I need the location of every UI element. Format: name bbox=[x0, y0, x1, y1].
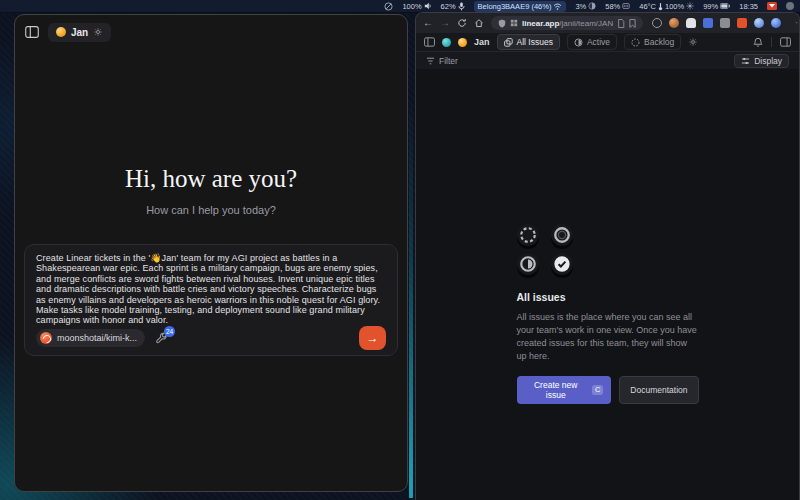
moonshot-logo-icon bbox=[40, 332, 52, 344]
network-indicator[interactable]: Belong3BAAE9 (46%) bbox=[474, 1, 567, 12]
thread-team-selector[interactable]: 👋 Jan bbox=[48, 23, 111, 42]
empty-state-actions: Create new issue C Documentation bbox=[517, 376, 699, 404]
empty-state-title: All issues bbox=[517, 291, 699, 303]
battery-indicator[interactable]: 99% bbox=[703, 2, 730, 11]
browser-back-button[interactable]: ← bbox=[423, 18, 433, 28]
team-wave-emoji: 👋 bbox=[458, 38, 467, 47]
notifications-bell-icon[interactable] bbox=[753, 37, 763, 48]
linear-sidebar-toggle-icon[interactable] bbox=[424, 37, 435, 47]
linear-filter-row: Filter Display bbox=[416, 52, 799, 69]
empty-state-description: All issues is the place where you can se… bbox=[517, 311, 699, 363]
browser-reload-button[interactable] bbox=[457, 18, 467, 28]
in-progress-status-icon bbox=[517, 253, 539, 275]
all-issues-icon bbox=[504, 38, 513, 47]
linear-team-name: Jan bbox=[474, 37, 490, 47]
browser-forward-button[interactable]: → bbox=[440, 18, 450, 28]
prompt-controls: moonshotai/kimi-k... 24 → bbox=[36, 326, 386, 350]
desktop: 100% 62% Belong3BAAE9 (46%) 3% 58% 46°C … bbox=[0, 0, 800, 500]
extension-cloud-icon[interactable] bbox=[686, 18, 696, 28]
wallpaper-glow bbox=[409, 90, 413, 498]
thread-team-name: Jan bbox=[71, 27, 88, 38]
create-new-issue-button[interactable]: Create new issue C bbox=[517, 376, 612, 404]
extension-gallery-icon[interactable] bbox=[720, 18, 730, 28]
url-text: linear.app/janii/team/JANAPP/all bbox=[522, 19, 613, 28]
extension-sphere-icon[interactable] bbox=[754, 18, 764, 28]
greeting-block: Hi, how are you? How can I help you toda… bbox=[15, 165, 407, 216]
backlog-status-icon bbox=[517, 224, 539, 246]
address-bar[interactable]: linear.app/janii/team/JANAPP/all bbox=[491, 16, 643, 30]
browser-home-button[interactable] bbox=[474, 18, 484, 28]
tools-button[interactable]: 24 bbox=[155, 331, 171, 345]
todo-status-icon bbox=[551, 224, 573, 246]
mail-icon[interactable] bbox=[767, 2, 777, 10]
mic-icon bbox=[458, 2, 465, 11]
url-path: /janii/team/JANAPP/all bbox=[559, 19, 613, 28]
filter-funnel-icon bbox=[426, 57, 435, 65]
tab-backlog[interactable]: Backlog bbox=[624, 34, 681, 50]
workspace-avatar[interactable] bbox=[442, 38, 451, 47]
filter-button[interactable]: Filter bbox=[426, 56, 458, 66]
display-button[interactable]: Display bbox=[734, 54, 789, 68]
thermometer-icon bbox=[658, 2, 663, 11]
volume-indicator[interactable]: 100% bbox=[402, 2, 431, 11]
prompt-card: Create Linear tickets in the '👋Jan' team… bbox=[24, 244, 398, 356]
tools-count-badge: 24 bbox=[164, 326, 175, 337]
memory-indicator[interactable]: 58% bbox=[605, 2, 630, 11]
active-icon bbox=[574, 38, 583, 47]
page-info-icon[interactable] bbox=[617, 19, 625, 28]
backlog-icon bbox=[631, 38, 640, 47]
shortcut-badge: C bbox=[592, 385, 603, 395]
right-panel-toggle-icon[interactable] bbox=[780, 37, 791, 47]
extension-calendar-icon[interactable] bbox=[737, 18, 747, 28]
dnd-icon[interactable] bbox=[384, 2, 393, 11]
mic-indicator[interactable]: 62% bbox=[441, 2, 465, 11]
model-name: moonshotai/kimi-k... bbox=[57, 333, 137, 343]
clock: 18:35 bbox=[739, 2, 758, 11]
site-settings-icon bbox=[510, 19, 518, 27]
wifi-icon bbox=[553, 3, 562, 10]
extension-bot-icon[interactable] bbox=[771, 18, 781, 28]
extension-globe-icon[interactable] bbox=[652, 18, 662, 28]
send-button[interactable]: → bbox=[359, 326, 386, 350]
extensions-row bbox=[652, 18, 781, 28]
divider bbox=[771, 37, 772, 47]
jan-app-window: 👋 Jan Hi, how are you? How can I help yo… bbox=[14, 14, 408, 492]
extension-avatar-icon[interactable] bbox=[669, 18, 679, 28]
shield-icon bbox=[498, 19, 506, 28]
cpu-icon bbox=[588, 2, 596, 10]
view-settings-gear-icon[interactable] bbox=[688, 37, 698, 47]
display-sliders-icon bbox=[741, 57, 750, 65]
overflow-menu-icon[interactable]: ⋯ bbox=[795, 18, 800, 28]
all-issues-empty-state: All issues All issues is the place where… bbox=[517, 224, 699, 500]
linear-header: 👋 Jan All Issues Active Backlog bbox=[416, 33, 799, 52]
sidebar-toggle-icon[interactable] bbox=[25, 26, 39, 38]
browser-toolbar: ← → linear.app/janii/team/JANAPP/all bbox=[416, 13, 799, 33]
gear-icon[interactable] bbox=[93, 27, 103, 37]
tray-app-icon[interactable] bbox=[786, 2, 794, 10]
extension-chat-icon[interactable] bbox=[703, 18, 713, 28]
status-icons-grid bbox=[517, 224, 699, 275]
done-status-icon bbox=[551, 253, 573, 275]
bookmark-icon[interactable] bbox=[629, 19, 636, 28]
greeting-title: Hi, how are you? bbox=[15, 165, 407, 193]
wave-emoji: 👋 bbox=[56, 27, 66, 37]
jan-header: 👋 Jan bbox=[15, 15, 407, 49]
documentation-button[interactable]: Documentation bbox=[619, 376, 698, 404]
temperature-indicator[interactable]: 46°C 100% bbox=[639, 2, 694, 11]
model-selector[interactable]: moonshotai/kimi-k... bbox=[36, 329, 145, 347]
prompt-input[interactable]: Create Linear tickets in the '👋Jan' team… bbox=[36, 253, 386, 326]
battery-icon bbox=[720, 3, 730, 9]
greeting-subtitle: How can I help you today? bbox=[15, 204, 407, 216]
cpu-indicator[interactable]: 3% bbox=[575, 2, 596, 11]
speaker-icon bbox=[424, 2, 432, 10]
linear-main-area: All issues All issues is the place where… bbox=[416, 69, 799, 500]
browser-window: ← → linear.app/janii/team/JANAPP/all bbox=[415, 12, 800, 500]
url-host: linear.app bbox=[522, 19, 559, 28]
memory-icon bbox=[622, 2, 630, 10]
tab-active[interactable]: Active bbox=[567, 34, 617, 50]
fan-icon bbox=[686, 2, 694, 10]
linear-header-right bbox=[753, 37, 791, 48]
tab-all-issues[interactable]: All Issues bbox=[497, 34, 560, 50]
